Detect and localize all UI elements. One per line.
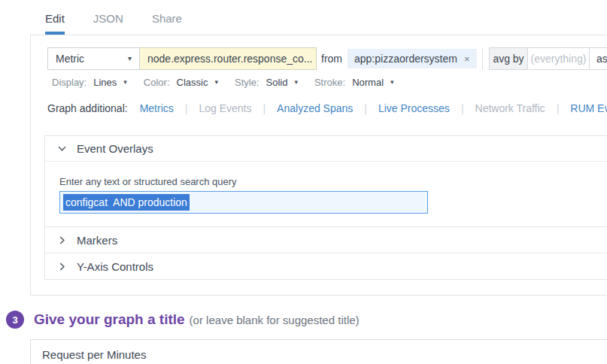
section-title: Markers xyxy=(77,234,117,247)
display-dropdown[interactable]: Display: Lines ▾ xyxy=(52,77,127,88)
step3-subtitle: (or leave blank for suggested title) xyxy=(190,314,360,326)
link-rum-events[interactable]: RUM Ev xyxy=(570,102,607,114)
divider: | xyxy=(185,102,188,114)
accordion-stack: Event Overlays Enter any text or structu… xyxy=(44,135,607,280)
stroke-dropdown[interactable]: Stroke: Normal ▾ xyxy=(314,77,394,88)
stroke-label: Stroke: xyxy=(314,77,345,88)
chevron-down-icon: ▾ xyxy=(390,79,394,86)
scope-tag-label: app:pizzaordersystem xyxy=(354,53,457,65)
color-dropdown[interactable]: Color: Classic ▾ xyxy=(144,77,218,88)
chevron-down-icon xyxy=(57,144,67,153)
tab-edit[interactable]: Edit xyxy=(45,12,65,35)
query-editor-panel: Metric ▾ node.express.router.response_co… xyxy=(30,35,607,296)
style-label: Style: xyxy=(235,77,259,88)
tab-share[interactable]: Share xyxy=(152,12,182,35)
event-search-input[interactable]: configcat AND production xyxy=(59,191,428,214)
graph-title-value: Request per Minutes xyxy=(42,348,146,361)
chevron-right-icon xyxy=(57,235,67,245)
step3-title: Give your graph a title(or leave blank f… xyxy=(34,311,360,328)
display-label: Display: xyxy=(52,77,86,88)
step3-title-text: Give your graph a title xyxy=(34,311,185,327)
event-overlays-section: Event Overlays Enter any text or structu… xyxy=(44,135,607,227)
chevron-down-icon: ▾ xyxy=(214,79,218,86)
step-number-badge: 3 xyxy=(6,311,24,329)
chevron-right-icon xyxy=(57,262,67,271)
divider: | xyxy=(364,102,367,114)
display-options-row: Display: Lines ▾ Color: Classic ▾ Style:… xyxy=(52,77,607,88)
color-label: Color: xyxy=(144,77,170,88)
color-value: Classic xyxy=(177,77,208,88)
display-value: Lines xyxy=(93,77,117,88)
graph-additional-label: Graph additional: xyxy=(47,102,128,114)
markers-header[interactable]: Markers xyxy=(45,227,607,253)
style-value: Solid xyxy=(266,77,288,88)
scope-input[interactable]: app:pizzaordersystem × xyxy=(348,47,483,70)
link-log-events[interactable]: Log Events xyxy=(199,102,251,114)
y-axis-controls-section: Y-Axis Controls xyxy=(44,253,607,280)
graph-additional-row: Graph additional: Metrics | Log Events |… xyxy=(47,102,607,114)
section-title: Event Overlays xyxy=(77,142,153,155)
editor-tab-bar: Edit JSON Share xyxy=(0,0,607,35)
divider: | xyxy=(557,102,560,114)
search-query-label: Enter any text or structured search quer… xyxy=(59,176,607,187)
graph-title-input[interactable]: Request per Minutes xyxy=(30,339,607,364)
selected-query-text: configcat AND production xyxy=(63,194,190,211)
group-by-input[interactable]: (everything) xyxy=(528,47,590,70)
tab-json[interactable]: JSON xyxy=(93,12,123,35)
chevron-down-icon: ▾ xyxy=(128,55,132,62)
metric-name-value: node.express.router.response_co... xyxy=(147,53,312,65)
stroke-value: Normal xyxy=(352,77,384,88)
y-axis-controls-header[interactable]: Y-Axis Controls xyxy=(45,253,607,279)
link-analyzed-spans[interactable]: Analyzed Spans xyxy=(277,102,353,114)
chevron-down-icon: ▾ xyxy=(294,79,298,86)
remove-tag-icon[interactable]: × xyxy=(464,53,470,65)
link-live-processes[interactable]: Live Processes xyxy=(378,102,450,114)
as-button[interactable]: as xyxy=(590,47,607,70)
divider: | xyxy=(263,102,266,114)
link-metrics[interactable]: Metrics xyxy=(140,102,174,114)
from-label: from xyxy=(321,47,342,70)
markers-section: Markers xyxy=(44,226,607,253)
divider: | xyxy=(461,102,464,114)
graph-editor: Edit JSON Share Metric ▾ node.express.ro… xyxy=(0,0,607,364)
aggregator-button[interactable]: avg by xyxy=(489,47,528,70)
event-overlays-content: Enter any text or structured search quer… xyxy=(45,162,607,226)
metric-type-dropdown[interactable]: Metric ▾ xyxy=(47,47,140,70)
scope-tag[interactable]: app:pizzaordersystem × xyxy=(348,49,477,68)
metric-type-label: Metric xyxy=(56,53,84,65)
metric-query-row: Metric ▾ node.express.router.response_co… xyxy=(47,47,607,70)
chevron-down-icon: ▾ xyxy=(123,79,127,86)
section-title: Y-Axis Controls xyxy=(77,260,153,273)
metric-name-input[interactable]: node.express.router.response_co... xyxy=(140,47,317,70)
style-dropdown[interactable]: Style: Solid ▾ xyxy=(235,77,298,88)
step3-heading: 3 Give your graph a title(or leave blank… xyxy=(6,311,607,329)
event-overlays-header[interactable]: Event Overlays xyxy=(45,136,607,162)
link-network-traffic[interactable]: Network Traffic xyxy=(475,102,545,114)
